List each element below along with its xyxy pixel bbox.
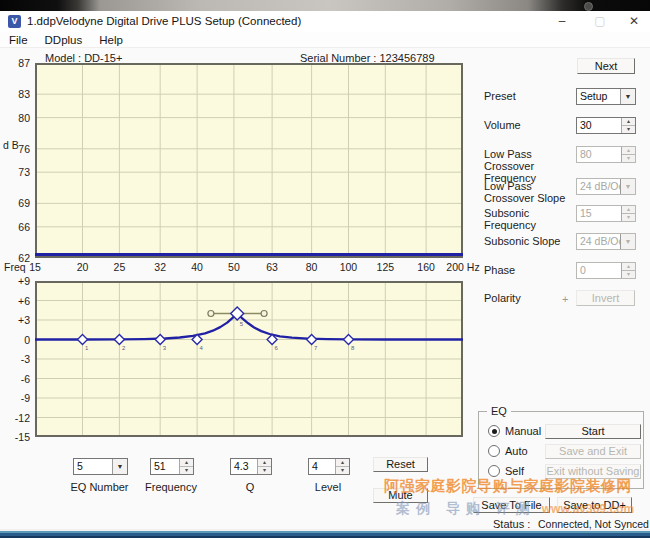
spin-down-icon[interactable]: ▾: [258, 467, 271, 474]
param-combo-preset[interactable]: Setup▼: [576, 88, 636, 105]
y-tick-label: -9: [2, 392, 30, 404]
spin-up-icon[interactable]: ▴: [336, 459, 349, 467]
field-frequency-stepper[interactable]: ▴▾: [179, 459, 193, 474]
param-combo-low-pass-crossover-slope-value: 24 dB/Oct: [577, 179, 620, 194]
param-spin-low-pass-crossover-frequency-value: 80: [577, 147, 621, 162]
y-tick-label: 73: [2, 166, 30, 178]
field-label-frequency: Frequency: [131, 481, 211, 493]
y-tick-label: 66: [2, 221, 30, 233]
eq-mode-radio-self[interactable]: Self: [488, 465, 524, 477]
maximize-button[interactable]: ▢: [586, 13, 614, 30]
chevron-down-icon[interactable]: ▼: [620, 89, 635, 104]
spin-up-icon[interactable]: ▴: [258, 459, 271, 467]
y-tick-label: -15: [2, 431, 30, 443]
radio-icon[interactable]: [488, 425, 500, 437]
param-spin-phase-stepper[interactable]: ▴▾: [621, 263, 635, 278]
field-frequency[interactable]: 51▴▾: [150, 458, 194, 475]
freq-tick-label: 50: [228, 261, 240, 273]
field-label-eq-number: EQ Number: [60, 481, 140, 493]
radio-icon[interactable]: [488, 445, 500, 457]
next-button[interactable]: Next: [577, 58, 635, 74]
close-button[interactable]: ✕: [620, 13, 648, 30]
param-label-phase: Phase: [484, 264, 574, 276]
radio-icon[interactable]: [488, 465, 500, 477]
param-combo-preset-value: Setup: [577, 89, 620, 104]
field-eq-number[interactable]: 5▼: [73, 458, 128, 475]
eq-chart[interactable]: 12345678: [35, 281, 463, 441]
field-level-value: 4: [309, 459, 335, 474]
spin-down-icon[interactable]: ▾: [180, 467, 193, 474]
y-tick-label: -6: [2, 373, 30, 385]
background-photo-detail: [584, 2, 593, 11]
chevron-down-icon[interactable]: ▼: [620, 234, 635, 249]
param-spin-phase[interactable]: 0▴▾: [576, 262, 636, 279]
field-q[interactable]: 4.3▴▾: [230, 458, 272, 475]
spin-down-icon[interactable]: ▾: [622, 271, 635, 278]
save-to-file-button[interactable]: Save To File: [473, 497, 550, 513]
y-tick-label: 62: [2, 252, 30, 264]
param-spin-low-pass-crossover-frequency-stepper[interactable]: ▴▾: [621, 147, 635, 162]
y-tick-label: +3: [2, 314, 30, 326]
param-combo-low-pass-crossover-slope[interactable]: 24 dB/Oct▼: [576, 178, 636, 195]
radio-label: Self: [505, 465, 524, 477]
field-q-stepper[interactable]: ▴▾: [257, 459, 271, 474]
field-eq-number-value: 5: [74, 459, 112, 474]
y-tick-label: +9: [2, 275, 30, 287]
spin-up-icon[interactable]: ▴: [622, 118, 635, 126]
spin-up-icon[interactable]: ▴: [622, 206, 635, 214]
radio-label: Auto: [505, 445, 528, 457]
spin-up-icon[interactable]: ▴: [180, 459, 193, 467]
start-button[interactable]: Start: [545, 424, 641, 439]
chevron-down-icon[interactable]: ▼: [112, 459, 127, 474]
save-to-dd-button[interactable]: Save to DD+: [557, 497, 632, 513]
spin-down-icon[interactable]: ▾: [622, 126, 635, 133]
exit-without-saving-button[interactable]: Exit without Saving: [545, 464, 641, 479]
param-label-volume: Volume: [484, 119, 574, 131]
field-label-q: Q: [210, 481, 290, 493]
menu-item-help[interactable]: Help: [97, 32, 125, 47]
y-tick-label: 87: [2, 57, 30, 69]
param-label-low-pass-crossover-slope: Low Pass Crossover Slope: [484, 180, 574, 204]
param-spin-phase-value: 0: [577, 263, 621, 278]
param-spin-volume[interactable]: 30▴▾: [576, 117, 636, 134]
q-width-handle[interactable]: [208, 311, 214, 317]
mute-button[interactable]: Mute: [373, 488, 428, 503]
spin-down-icon[interactable]: ▾: [622, 214, 635, 221]
param-label-polarity: Polarity: [484, 292, 574, 304]
param-spin-volume-value: 30: [577, 118, 621, 133]
background-photo-top: [0, 0, 650, 11]
freq-tick-label: 15: [29, 261, 41, 273]
minimize-button[interactable]: –: [548, 13, 576, 30]
spin-down-icon[interactable]: ▾: [336, 467, 349, 474]
y-tick-label: 76: [2, 143, 30, 155]
invert-button[interactable]: Invert: [576, 290, 635, 306]
eq-mode-radio-auto[interactable]: Auto: [488, 445, 528, 457]
spin-down-icon[interactable]: ▾: [622, 155, 635, 162]
q-width-handle[interactable]: [261, 311, 267, 317]
app-icon: V: [8, 15, 21, 28]
param-spin-subsonic-frequency[interactable]: 15▴▾: [576, 205, 636, 222]
freq-tick-label: 20: [77, 261, 89, 273]
eq-mode-radio-manual[interactable]: Manual: [488, 425, 541, 437]
freq-tick-label: 100: [340, 261, 358, 273]
radio-label: Manual: [505, 425, 541, 437]
chevron-down-icon[interactable]: ▼: [620, 179, 635, 194]
save-and-exit-button[interactable]: Save and Exit: [545, 444, 641, 459]
param-label-preset: Preset: [484, 90, 574, 102]
param-spin-low-pass-crossover-frequency[interactable]: 80▴▾: [576, 146, 636, 163]
param-combo-subsonic-slope[interactable]: 24 dB/Oct▼: [576, 233, 636, 250]
param-spin-volume-stepper[interactable]: ▴▾: [621, 118, 635, 133]
param-label-low-pass-crossover-frequency: Low Pass Crossover Frequency: [484, 148, 574, 184]
field-level-stepper[interactable]: ▴▾: [335, 459, 349, 474]
plot-area: [36, 64, 462, 257]
y-tick-label: 0: [2, 334, 30, 346]
spin-up-icon[interactable]: ▴: [622, 147, 635, 155]
param-spin-subsonic-frequency-stepper[interactable]: ▴▾: [621, 206, 635, 221]
y-tick-label: -3: [2, 353, 30, 365]
field-level[interactable]: 4▴▾: [308, 458, 350, 475]
menu-item-file[interactable]: File: [7, 32, 30, 47]
menu-item-ddplus[interactable]: DDplus: [43, 32, 85, 47]
spin-up-icon[interactable]: ▴: [622, 263, 635, 271]
reset-button[interactable]: Reset: [373, 457, 428, 472]
freq-tick-label: 40: [191, 261, 203, 273]
